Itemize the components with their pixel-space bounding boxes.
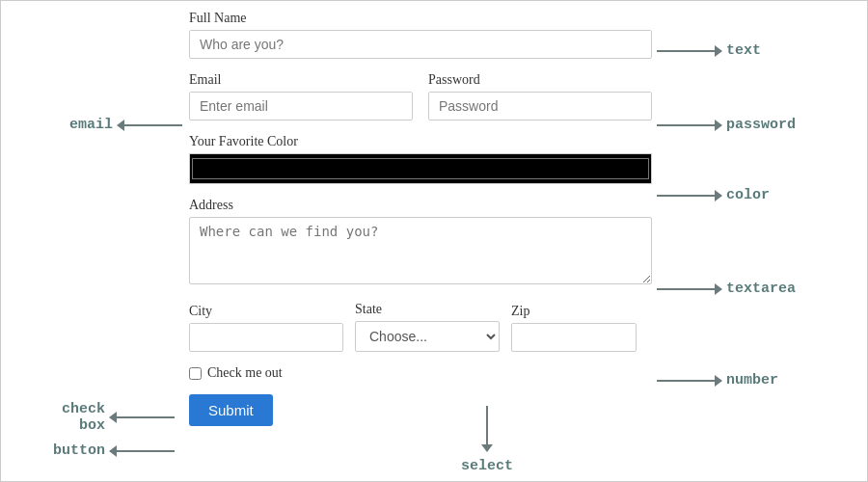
color-group: Your Favorite Color [189,134,652,184]
fullname-label: Full Name [189,11,652,26]
fullname-group: Full Name [189,11,652,59]
address-group: Address [189,198,652,288]
textarea-annotation: textarea [657,281,796,297]
checkbox-arrow-line [117,416,175,418]
state-label: State [355,302,500,317]
color-annotation: color [657,187,770,203]
checkbox-label: Check me out [207,365,283,381]
text-arrow-line [657,50,715,52]
city-state-zip-row: City State Choose... Zip [189,302,652,352]
checkbox-row: Check me out [189,365,652,381]
text-annotation-label: text [726,42,761,59]
password-annotation: password [657,117,796,133]
city-group: City [189,304,343,352]
email-group: Email [189,72,413,120]
number-annotation: number [657,372,778,388]
password-label: Password [428,72,652,88]
email-password-row: Email Password [189,72,652,120]
number-annotation-label: number [726,372,778,388]
state-group: State Choose... [355,302,500,352]
address-textarea[interactable] [189,217,652,284]
text-annotation: text [657,42,761,59]
fullname-input[interactable] [189,30,652,59]
zip-group: Zip [511,304,637,352]
checkbox-annotation: check box [62,401,175,434]
color-label: Your Favorite Color [189,134,652,149]
zip-label: Zip [511,304,637,319]
button-arrow-line [117,450,175,452]
textarea-arrow-line [657,288,715,290]
state-select[interactable]: Choose... [355,321,500,352]
email-label: Email [189,72,413,88]
button-annotation: button [53,442,175,459]
checkbox-annotation-line2: box [62,417,105,434]
color-input[interactable] [189,153,652,184]
button-annotation-label: button [53,442,105,459]
select-annotation: select [461,406,513,478]
color-arrow-line [657,195,715,197]
zip-input[interactable] [511,323,637,352]
email-annotation-label: email [69,117,113,133]
address-label: Address [189,198,652,213]
color-annotation-label: color [726,187,770,203]
select-annotation-label: select [461,458,513,474]
number-arrow-line [657,380,715,382]
submit-button[interactable]: Submit [189,394,273,426]
check-me-checkbox[interactable] [189,367,202,380]
select-arrow-line [486,406,488,444]
textarea-annotation-label: textarea [726,281,796,297]
checkbox-label-block: check box [62,401,105,434]
checkbox-annotation-line1: check [62,401,105,417]
city-label: City [189,304,343,319]
email-input[interactable] [189,92,413,120]
form-wrapper: Full Name Email Password Your Favorite C… [189,11,652,426]
password-annotation-label: password [726,117,796,133]
email-arrow-line [124,124,182,126]
city-input[interactable] [189,323,343,352]
password-input[interactable] [428,92,652,120]
password-arrow-line [657,124,715,126]
email-annotation: email [69,117,182,133]
password-group: Password [428,72,652,120]
